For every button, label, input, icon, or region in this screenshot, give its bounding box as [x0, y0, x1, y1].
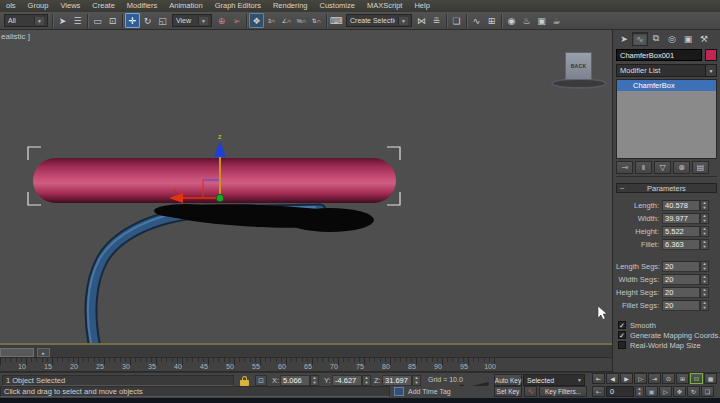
go-to-end-icon[interactable]: ⇥: [648, 373, 661, 384]
zoom-extents-all-icon[interactable]: ▦: [704, 373, 717, 384]
checkbox-generate-mapping-coords-[interactable]: ✓: [618, 331, 626, 339]
tab-utilities[interactable]: ⚒: [696, 32, 712, 46]
x-coord-field[interactable]: 5.066: [280, 375, 310, 386]
track-bar[interactable]: ▸: [0, 347, 612, 358]
configure-modifier-sets-icon[interactable]: ▤: [692, 161, 709, 174]
orbit-icon[interactable]: ↻: [687, 386, 700, 397]
parameter-spinner[interactable]: ▲▼: [700, 261, 709, 272]
modifier-stack-item[interactable]: ChamferBox: [617, 80, 716, 91]
scene-canvas[interactable]: z x: [0, 30, 612, 345]
selection-filter-dropdown[interactable]: All▼: [4, 14, 48, 27]
tab-motion[interactable]: ◎: [664, 32, 680, 46]
named-selection-set-dropdown[interactable]: Create Selection Se▼: [346, 14, 412, 27]
key-selection-dropdown[interactable]: Selected ▼: [523, 374, 585, 386]
go-to-start-icon[interactable]: ⇤: [592, 373, 605, 384]
parameters-rollout-header[interactable]: − Parameters: [616, 183, 717, 193]
parameter-spinner[interactable]: ▲▼: [700, 274, 709, 285]
curve-editor-icon[interactable]: ∿: [469, 13, 484, 28]
layer-manager-icon[interactable]: ❏: [449, 13, 464, 28]
selection-lock-icon[interactable]: [240, 376, 249, 386]
snaps-toggle-3d-icon[interactable]: 3∩: [264, 13, 279, 28]
gizmo-z-arrow[interactable]: [214, 141, 226, 157]
keyboard-override-icon[interactable]: ⌨: [329, 13, 344, 28]
angle-snap-icon[interactable]: ∠∩: [279, 13, 294, 28]
zoom-region-icon[interactable]: ▷: [659, 386, 672, 397]
menu-rendering[interactable]: Rendering: [267, 0, 314, 12]
zoom-extents-icon[interactable]: ⊡: [690, 373, 703, 384]
parameter-spinner[interactable]: ▲▼: [700, 300, 709, 311]
align-icon[interactable]: ≞: [429, 13, 444, 28]
rendered-frame-window-icon[interactable]: ▣: [534, 13, 549, 28]
menu-ols[interactable]: ols: [0, 0, 22, 12]
pan-hand-icon[interactable]: ✥: [673, 386, 686, 397]
percent-snap-icon[interactable]: %∩: [294, 13, 309, 28]
menu-views[interactable]: Views: [54, 0, 86, 12]
menu-group[interactable]: Group: [22, 0, 55, 12]
menu-maxscript[interactable]: MAXScript: [361, 0, 408, 12]
object-name-field[interactable]: ChamferBox001: [616, 49, 702, 61]
select-and-rotate-icon[interactable]: ↻: [140, 13, 155, 28]
next-key-button[interactable]: ▸: [37, 348, 50, 357]
tab-create[interactable]: ➤: [616, 32, 632, 46]
menu-create[interactable]: Create: [86, 0, 121, 12]
rectangular-selection-region-icon[interactable]: ▭: [90, 13, 105, 28]
time-slider-handle[interactable]: [0, 348, 34, 357]
x-coord-spinner[interactable]: ▲▼: [310, 375, 319, 386]
use-pivot-point-icon[interactable]: ⊕: [214, 13, 229, 28]
maximize-viewport-icon[interactable]: ❏: [701, 386, 714, 397]
zoom-icon[interactable]: ⊙: [662, 373, 675, 384]
render-production-icon[interactable]: ☕: [549, 13, 564, 28]
key-mode-toggle-icon[interactable]: ⇠: [592, 386, 605, 397]
current-frame-field[interactable]: 0: [606, 386, 634, 397]
menu-customize[interactable]: Customize: [314, 0, 361, 12]
auto-key-button[interactable]: Auto Key: [494, 374, 522, 386]
z-coord-spinner[interactable]: ▲▼: [412, 375, 421, 386]
window-crossing-icon[interactable]: ⊡: [105, 13, 120, 28]
play-icon[interactable]: ▶: [620, 373, 633, 384]
modifier-stack[interactable]: ChamferBox: [616, 79, 717, 159]
remove-modifier-icon[interactable]: ⊗: [673, 161, 690, 174]
absolute-mode-icon[interactable]: ⊡: [255, 375, 267, 386]
parameter-field[interactable]: 20: [662, 261, 700, 272]
checkbox-smooth[interactable]: ✓: [618, 321, 626, 329]
tab-hierarchy[interactable]: ⧉: [648, 32, 664, 46]
select-and-move-icon[interactable]: ✛: [125, 13, 140, 28]
parameter-field[interactable]: 5.522: [662, 226, 700, 237]
z-coord-field[interactable]: 31.697: [382, 375, 412, 386]
mirror-icon[interactable]: ⋈: [414, 13, 429, 28]
parameter-spinner[interactable]: ▲▼: [700, 213, 709, 224]
next-frame-icon[interactable]: ▷: [634, 373, 647, 384]
gizmo-center[interactable]: [216, 194, 224, 202]
zoom-all-icon[interactable]: ⊞: [676, 373, 689, 384]
checkbox-real-world-map-size[interactable]: [618, 341, 626, 349]
parameter-field[interactable]: 20: [662, 287, 700, 298]
key-filters-button[interactable]: Key Filters...: [539, 386, 587, 397]
parameter-spinner[interactable]: ▲▼: [700, 287, 709, 298]
select-object-icon[interactable]: ➤: [55, 13, 70, 28]
menu-graph-editors[interactable]: Graph Editors: [209, 0, 267, 12]
object-color-swatch[interactable]: [705, 49, 717, 61]
tab-display[interactable]: ▣: [680, 32, 696, 46]
previous-frame-icon[interactable]: ◀: [606, 373, 619, 384]
parameter-spinner[interactable]: ▲▼: [700, 226, 709, 237]
select-and-manipulate-icon[interactable]: ➢: [229, 13, 244, 28]
select-by-name-icon[interactable]: ☰: [70, 13, 85, 28]
select-and-scale-icon[interactable]: ◱: [155, 13, 170, 28]
pin-stack-icon[interactable]: ⊸: [616, 161, 633, 174]
menu-help[interactable]: Help: [408, 0, 435, 12]
y-coord-field[interactable]: -4.627: [332, 375, 362, 386]
parameter-field[interactable]: 40.578: [662, 200, 700, 211]
parameter-field[interactable]: 20: [662, 274, 700, 285]
render-setup-icon[interactable]: ♨: [519, 13, 534, 28]
timeline-ruler[interactable]: 101520253035404550556065707580859095100: [0, 358, 612, 372]
menu-modifiers[interactable]: Modifiers: [121, 0, 163, 12]
menu-animation[interactable]: Animation: [163, 0, 208, 12]
frame-spinner[interactable]: ▲▼: [635, 386, 644, 397]
make-unique-icon[interactable]: ▽: [654, 161, 671, 174]
pivot-center-icon[interactable]: ❖: [249, 13, 264, 28]
parameter-field[interactable]: 20: [662, 300, 700, 311]
time-tag-icon[interactable]: [394, 387, 404, 396]
material-editor-icon[interactable]: ◉: [504, 13, 519, 28]
parameter-field[interactable]: 6.363: [662, 239, 700, 250]
pan-zoom-icon[interactable]: ▣: [645, 386, 658, 397]
